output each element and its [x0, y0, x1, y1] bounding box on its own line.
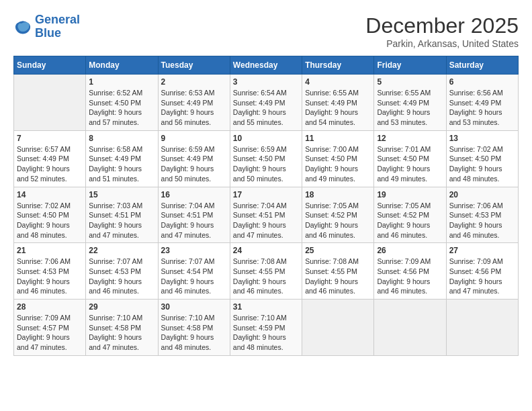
day-cell	[302, 300, 374, 356]
day-info: Sunrise: 7:07 AMSunset: 4:53 PMDaylight:…	[89, 257, 154, 296]
day-info: Sunrise: 7:05 AMSunset: 4:52 PMDaylight:…	[305, 201, 371, 240]
day-number: 8	[89, 134, 154, 143]
day-info: Sunrise: 7:00 AMSunset: 4:50 PMDaylight:…	[305, 144, 371, 184]
header-row: SundayMondayTuesdayWednesdayThursdayFrid…	[14, 56, 519, 75]
header-cell-friday: Friday	[374, 56, 446, 75]
day-cell: 28Sunrise: 7:09 AMSunset: 4:57 PMDayligh…	[14, 300, 86, 356]
day-info: Sunrise: 7:10 AMSunset: 4:58 PMDaylight:…	[89, 313, 154, 353]
day-cell: 5Sunrise: 6:55 AMSunset: 4:49 PMDaylight…	[374, 75, 446, 131]
day-number: 25	[305, 246, 371, 255]
day-cell	[446, 300, 518, 356]
day-number: 20	[449, 190, 515, 199]
day-number: 2	[161, 77, 227, 87]
calendar-body: 1Sunrise: 6:52 AMSunset: 4:50 PMDaylight…	[14, 75, 519, 356]
day-cell: 6Sunrise: 6:56 AMSunset: 4:49 PMDaylight…	[446, 75, 518, 131]
day-cell: 12Sunrise: 7:01 AMSunset: 4:50 PMDayligh…	[374, 130, 446, 187]
day-number: 29	[89, 302, 154, 312]
header-cell-tuesday: Tuesday	[158, 56, 230, 75]
day-number: 21	[17, 246, 83, 255]
day-info: Sunrise: 7:02 AMSunset: 4:50 PMDaylight:…	[17, 201, 83, 240]
day-info: Sunrise: 7:09 AMSunset: 4:56 PMDaylight:…	[377, 257, 443, 296]
day-info: Sunrise: 7:05 AMSunset: 4:52 PMDaylight:…	[377, 201, 443, 240]
day-info: Sunrise: 6:55 AMSunset: 4:49 PMDaylight:…	[305, 88, 371, 128]
day-number: 23	[161, 246, 227, 255]
day-cell: 1Sunrise: 6:52 AMSunset: 4:50 PMDaylight…	[86, 75, 158, 131]
day-number: 16	[161, 190, 227, 199]
page-header: General Blue December 2025 Parkin, Arkan…	[13, 13, 519, 49]
day-info: Sunrise: 7:03 AMSunset: 4:51 PMDaylight:…	[89, 201, 154, 240]
day-info: Sunrise: 7:10 AMSunset: 4:59 PMDaylight:…	[233, 313, 299, 353]
header-cell-wednesday: Wednesday	[230, 56, 302, 75]
day-cell: 15Sunrise: 7:03 AMSunset: 4:51 PMDayligh…	[86, 187, 158, 243]
location-title: Parkin, Arkansas, United States	[365, 38, 519, 49]
day-number: 7	[17, 134, 83, 143]
header-cell-thursday: Thursday	[302, 56, 374, 75]
day-number: 6	[449, 77, 515, 87]
day-number: 12	[377, 134, 443, 143]
day-number: 4	[305, 77, 371, 87]
day-number: 22	[89, 246, 154, 255]
day-cell: 11Sunrise: 7:00 AMSunset: 4:50 PMDayligh…	[302, 130, 374, 187]
month-title: December 2025	[365, 13, 519, 38]
day-cell: 13Sunrise: 7:02 AMSunset: 4:50 PMDayligh…	[446, 130, 518, 187]
day-info: Sunrise: 6:58 AMSunset: 4:49 PMDaylight:…	[89, 144, 154, 184]
day-cell: 4Sunrise: 6:55 AMSunset: 4:49 PMDaylight…	[302, 75, 374, 131]
day-number: 24	[233, 246, 299, 255]
day-cell: 14Sunrise: 7:02 AMSunset: 4:50 PMDayligh…	[14, 187, 86, 243]
day-number: 9	[161, 134, 227, 143]
day-info: Sunrise: 7:04 AMSunset: 4:51 PMDaylight:…	[161, 201, 227, 240]
day-info: Sunrise: 6:52 AMSunset: 4:50 PMDaylight:…	[89, 88, 154, 128]
day-cell: 31Sunrise: 7:10 AMSunset: 4:59 PMDayligh…	[230, 300, 302, 356]
day-cell: 25Sunrise: 7:08 AMSunset: 4:55 PMDayligh…	[302, 243, 374, 300]
day-info: Sunrise: 6:57 AMSunset: 4:49 PMDaylight:…	[17, 144, 83, 184]
day-cell: 29Sunrise: 7:10 AMSunset: 4:58 PMDayligh…	[86, 300, 158, 356]
day-cell: 26Sunrise: 7:09 AMSunset: 4:56 PMDayligh…	[374, 243, 446, 300]
day-info: Sunrise: 6:55 AMSunset: 4:49 PMDaylight:…	[377, 88, 443, 128]
day-info: Sunrise: 7:06 AMSunset: 4:53 PMDaylight:…	[449, 201, 515, 240]
day-number: 11	[305, 134, 371, 143]
day-info: Sunrise: 6:53 AMSunset: 4:49 PMDaylight:…	[161, 88, 227, 128]
day-cell: 10Sunrise: 6:59 AMSunset: 4:50 PMDayligh…	[230, 130, 302, 187]
week-row-1: 7Sunrise: 6:57 AMSunset: 4:49 PMDaylight…	[14, 130, 519, 187]
logo-line2: Blue	[35, 26, 61, 40]
day-info: Sunrise: 7:04 AMSunset: 4:51 PMDaylight:…	[233, 201, 299, 240]
day-info: Sunrise: 7:07 AMSunset: 4:54 PMDaylight:…	[161, 257, 227, 296]
day-number: 17	[233, 190, 299, 199]
day-cell: 19Sunrise: 7:05 AMSunset: 4:52 PMDayligh…	[374, 187, 446, 243]
day-info: Sunrise: 6:59 AMSunset: 4:50 PMDaylight:…	[233, 144, 299, 184]
day-number: 19	[377, 190, 443, 199]
day-cell: 20Sunrise: 7:06 AMSunset: 4:53 PMDayligh…	[446, 187, 518, 243]
day-number: 31	[233, 302, 299, 312]
day-number: 14	[17, 190, 83, 199]
day-number: 30	[161, 302, 227, 312]
header-cell-saturday: Saturday	[446, 56, 518, 75]
week-row-2: 14Sunrise: 7:02 AMSunset: 4:50 PMDayligh…	[14, 187, 519, 243]
day-cell: 16Sunrise: 7:04 AMSunset: 4:51 PMDayligh…	[158, 187, 230, 243]
day-cell: 7Sunrise: 6:57 AMSunset: 4:49 PMDaylight…	[14, 130, 86, 187]
day-info: Sunrise: 7:10 AMSunset: 4:58 PMDaylight:…	[161, 313, 227, 353]
day-number: 26	[377, 246, 443, 255]
day-cell: 21Sunrise: 7:06 AMSunset: 4:53 PMDayligh…	[14, 243, 86, 300]
day-cell: 2Sunrise: 6:53 AMSunset: 4:49 PMDaylight…	[158, 75, 230, 131]
day-cell: 3Sunrise: 6:54 AMSunset: 4:49 PMDaylight…	[230, 75, 302, 131]
day-number: 13	[449, 134, 515, 143]
calendar-header: SundayMondayTuesdayWednesdayThursdayFrid…	[14, 56, 519, 75]
logo-icon	[13, 17, 32, 36]
day-info: Sunrise: 7:06 AMSunset: 4:53 PMDaylight:…	[17, 257, 83, 296]
day-cell	[374, 300, 446, 356]
day-info: Sunrise: 6:54 AMSunset: 4:49 PMDaylight:…	[233, 88, 299, 128]
day-cell: 22Sunrise: 7:07 AMSunset: 4:53 PMDayligh…	[86, 243, 158, 300]
day-info: Sunrise: 7:09 AMSunset: 4:56 PMDaylight:…	[449, 257, 515, 296]
week-row-0: 1Sunrise: 6:52 AMSunset: 4:50 PMDaylight…	[14, 75, 519, 131]
day-cell: 18Sunrise: 7:05 AMSunset: 4:52 PMDayligh…	[302, 187, 374, 243]
day-info: Sunrise: 7:08 AMSunset: 4:55 PMDaylight:…	[233, 257, 299, 296]
day-info: Sunrise: 7:02 AMSunset: 4:50 PMDaylight:…	[449, 144, 515, 184]
calendar-table: SundayMondayTuesdayWednesdayThursdayFrid…	[13, 56, 519, 356]
title-area: December 2025 Parkin, Arkansas, United S…	[365, 13, 519, 49]
header-cell-sunday: Sunday	[14, 56, 86, 75]
day-info: Sunrise: 7:09 AMSunset: 4:57 PMDaylight:…	[17, 313, 83, 353]
day-info: Sunrise: 6:59 AMSunset: 4:49 PMDaylight:…	[161, 144, 227, 184]
day-number: 10	[233, 134, 299, 143]
day-info: Sunrise: 7:01 AMSunset: 4:50 PMDaylight:…	[377, 144, 443, 184]
day-cell: 24Sunrise: 7:08 AMSunset: 4:55 PMDayligh…	[230, 243, 302, 300]
